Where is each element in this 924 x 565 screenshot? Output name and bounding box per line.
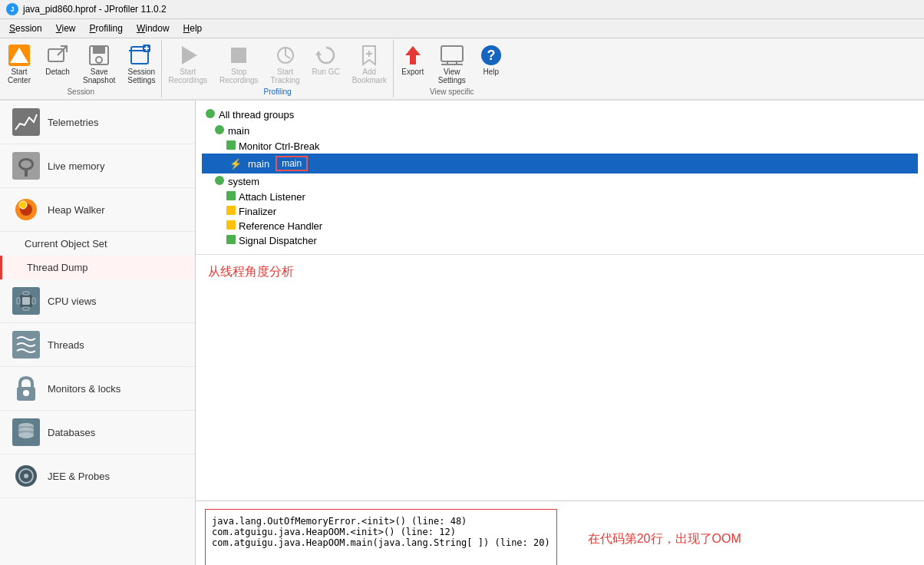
svg-rect-56 xyxy=(226,140,236,150)
start-tracking-label2: Tracking xyxy=(271,76,300,84)
start-recordings-label2: Recordings xyxy=(168,76,207,84)
window-title: java_pid860.hprof - JProfiler 11.0.2 xyxy=(23,4,167,15)
svg-rect-39 xyxy=(32,298,35,304)
title-bar: J java_pid860.hprof - JProfiler 11.0.2 xyxy=(0,0,924,19)
add-bookmark-button[interactable]: Add Bookmark xyxy=(346,40,393,88)
menu-help[interactable]: Help xyxy=(177,21,209,36)
save-snapshot-button[interactable]: Save Snapshot xyxy=(77,40,121,88)
sidebar-item-live-memory[interactable]: Live memory xyxy=(0,144,195,188)
oom-note-text: 在代码第20行，出现了OOM xyxy=(588,531,741,547)
detach-label: Detach xyxy=(45,68,70,76)
svg-point-5 xyxy=(96,57,102,63)
tree-finalizer[interactable]: Finalizer xyxy=(202,204,918,219)
app-icon: J xyxy=(6,3,18,15)
add-bookmark-label2: Bookmark xyxy=(352,76,387,84)
menu-view[interactable]: View xyxy=(50,21,82,36)
sidebar-item-monitors-locks[interactable]: Monitors & locks xyxy=(0,367,195,411)
detach-button[interactable]: Detach xyxy=(38,40,77,88)
stack-trace-line-3: com.atguigu.java.HeapOOM.main(java.lang.… xyxy=(212,537,550,548)
analysis-text: 从线程角度分析 xyxy=(196,254,924,289)
menu-bar: Session View Profiling Window Help xyxy=(0,19,924,38)
sidebar-item-databases[interactable]: Databases xyxy=(0,411,195,454)
svg-marker-16 xyxy=(315,51,322,55)
sidebar-item-cpu-views[interactable]: CPU views xyxy=(0,279,195,323)
stop-recordings-button[interactable]: Stop Recordings xyxy=(213,40,265,88)
sidebar-jee-probes-label: JEE & Probes xyxy=(48,471,110,482)
sidebar-item-jee-probes[interactable]: JEE & Probes xyxy=(0,454,195,498)
tree-monitor-ctrl-break[interactable]: Monitor Ctrl-Break xyxy=(202,139,918,154)
session-settings-label2: Settings xyxy=(127,76,155,84)
svg-rect-21 xyxy=(441,46,463,61)
reference-handler-label: Reference Handler xyxy=(239,220,322,232)
menu-session[interactable]: Session xyxy=(3,21,48,36)
svg-point-44 xyxy=(23,390,29,396)
start-center-button[interactable]: Start Center xyxy=(0,40,38,88)
start-tracking-button[interactable]: Start Tracking xyxy=(265,40,306,88)
content-area: All thread groups main Monitor Ctrl-Brea… xyxy=(196,101,924,565)
svg-point-34 xyxy=(19,201,27,209)
save-snapshot-label2: Snapshot xyxy=(83,76,115,84)
system-group-label: system xyxy=(228,176,259,187)
sidebar-item-thread-dump[interactable]: Thread Dump xyxy=(0,256,195,279)
svg-rect-59 xyxy=(226,206,236,215)
main-layout: Telemetries Live memory xyxy=(0,101,924,565)
finalizer-label: Finalizer xyxy=(239,206,276,217)
help-button[interactable]: ? Help xyxy=(472,40,510,88)
bottom-panel: java.lang.OutOfMemoryError.<init>() (lin… xyxy=(196,501,924,565)
tree-main-thread[interactable]: ⚡ main main xyxy=(202,154,918,173)
svg-rect-40 xyxy=(23,292,29,295)
stop-recordings-icon xyxy=(226,43,251,68)
all-thread-groups-dot xyxy=(205,108,216,121)
svg-rect-58 xyxy=(226,191,236,200)
svg-text:?: ? xyxy=(487,48,495,63)
menu-window[interactable]: Window xyxy=(130,21,176,36)
sidebar-item-threads[interactable]: Threads xyxy=(0,323,195,367)
svg-rect-12 xyxy=(231,48,246,63)
profiling-group-label: Profiling xyxy=(162,88,392,97)
export-icon xyxy=(401,43,425,68)
view-settings-button[interactable]: View Settings xyxy=(432,40,472,88)
svg-rect-37 xyxy=(22,297,30,305)
sidebar-live-memory-label: Live memory xyxy=(48,160,104,172)
sidebar-heap-walker-label: Heap Walker xyxy=(48,204,105,216)
thread-tree-section[interactable]: All thread groups main Monitor Ctrl-Brea… xyxy=(196,101,924,501)
start-tracking-label: Start xyxy=(277,68,293,76)
start-recordings-button[interactable]: Start Recordings xyxy=(162,40,213,88)
tree-all-thread-groups[interactable]: All thread groups xyxy=(202,107,918,123)
svg-rect-61 xyxy=(226,235,236,244)
tree-attach-listener[interactable]: Attach Listener xyxy=(202,190,918,204)
sidebar-item-current-object-set[interactable]: Current Object Set xyxy=(0,232,195,256)
menu-profiling[interactable]: Profiling xyxy=(84,21,129,36)
stop-recordings-label: Stop xyxy=(231,68,247,76)
tree-system-group[interactable]: system xyxy=(202,173,918,190)
run-gc-icon xyxy=(314,43,338,68)
view-specific-label: View specific xyxy=(394,88,510,97)
tree-signal-dispatcher[interactable]: Signal Dispatcher xyxy=(202,233,918,248)
svg-rect-60 xyxy=(226,220,236,230)
sidebar-item-heap-walker[interactable]: Heap Walker xyxy=(0,188,195,232)
run-gc-button[interactable]: Run GC xyxy=(306,40,346,88)
monitor-ctrl-break-label: Monitor Ctrl-Break xyxy=(239,140,319,152)
stack-trace-line-2: com.atguigu.java.HeapOOM.<init>() (line:… xyxy=(212,527,550,537)
session-settings-button[interactable]: Session Settings xyxy=(121,40,161,88)
threads-icon xyxy=(12,331,40,358)
tree-reference-handler[interactable]: Reference Handler xyxy=(202,219,918,233)
start-tracking-icon xyxy=(273,43,298,68)
svg-marker-11 xyxy=(182,46,197,64)
main-thread-lightning: ⚡ xyxy=(229,158,242,170)
attach-listener-label: Attach Listener xyxy=(239,191,305,203)
tree-main-group[interactable]: main xyxy=(202,123,918,139)
sidebar-telemetries-label: Telemetries xyxy=(48,117,98,128)
session-settings-label: Session xyxy=(128,68,156,76)
sidebar-threads-label: Threads xyxy=(48,339,84,351)
run-gc-label: Run GC xyxy=(312,68,340,76)
detach-icon xyxy=(45,43,70,68)
sidebar-item-telemetries[interactable]: Telemetries xyxy=(0,101,195,144)
sidebar: Telemetries Live memory xyxy=(0,101,196,565)
telemetries-icon xyxy=(12,108,40,136)
main-thread-label: main xyxy=(248,158,269,170)
finalizer-dot xyxy=(226,206,236,217)
svg-line-15 xyxy=(285,55,290,58)
analysis-text-content: 从线程角度分析 xyxy=(208,265,294,278)
export-button[interactable]: Export xyxy=(394,40,432,88)
